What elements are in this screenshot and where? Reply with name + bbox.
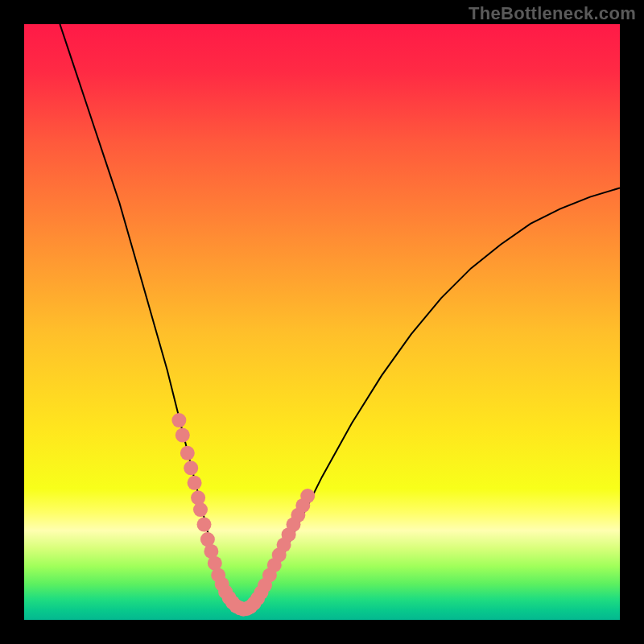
highlight-dot: [188, 476, 202, 490]
highlight-dot: [180, 446, 195, 460]
chart-svg: [24, 24, 620, 620]
highlight-dot: [184, 460, 198, 475]
highlight-dot: [175, 428, 190, 443]
highlight-dot: [300, 489, 315, 503]
watermark-label: TheBottleneck.com: [469, 3, 636, 24]
highlight-dot: [171, 413, 186, 427]
gradient-background: [24, 24, 620, 620]
highlight-dot: [193, 502, 208, 517]
plot-area: [24, 24, 620, 620]
chart-frame: TheBottleneck.com: [0, 0, 644, 644]
highlight-dot: [197, 518, 212, 532]
